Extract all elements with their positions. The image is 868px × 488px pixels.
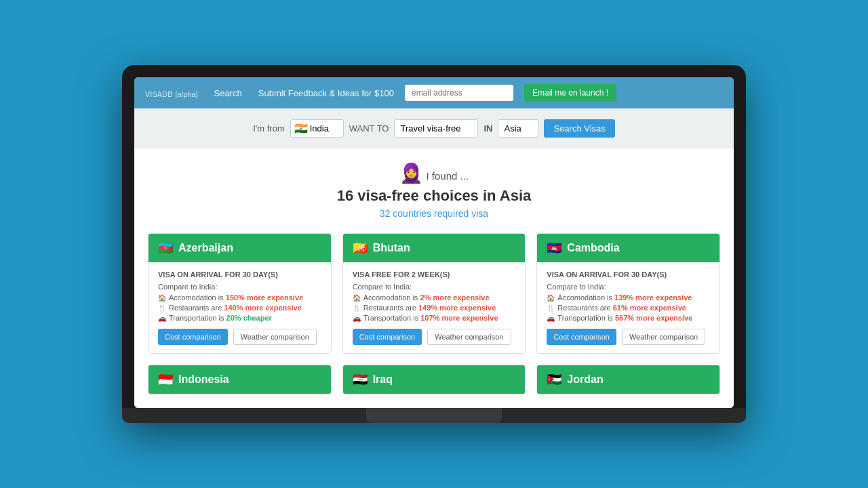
card-azerbaijan: 🇦🇿 Azerbaijan VISA ON ARRIVAL FOR 30 Day… xyxy=(148,233,332,354)
email-input[interactable] xyxy=(405,85,513,101)
card-bhutan: 🇧🇹 Bhutan VISA FREE FOR 2 Week(s) Compar… xyxy=(342,233,526,354)
jordan-flag-icon: 🇯🇴 xyxy=(547,372,561,387)
card-actions-bt: Cost comparison Weather comparison xyxy=(353,329,516,345)
stats-cambodia: 🏠 Accomodation is 139% more expensive 🍴 … xyxy=(547,293,710,322)
want-label: WANT TO xyxy=(349,123,389,134)
country-name-azerbaijan: Azerbaijan xyxy=(178,242,233,254)
stat-transport-kh: 🚗 Transportation is 567% more expensive xyxy=(547,314,710,322)
stat-accommodation-bt: 🏠 Accomodation is 2% more expensive xyxy=(353,293,516,302)
car-icon-bt: 🚗 xyxy=(353,314,361,322)
card-indonesia: 🇮🇩 Indonesia xyxy=(148,365,332,394)
stats-bhutan: 🏠 Accomodation is 2% more expensive 🍴 Re… xyxy=(353,293,516,322)
fork-icon-az: 🍴 xyxy=(158,304,166,312)
weather-comparison-btn-bt[interactable]: Weather comparison xyxy=(427,329,511,345)
laptop-base xyxy=(122,408,746,423)
from-country-select[interactable]: India xyxy=(290,119,344,138)
stat-transport-bt: 🚗 Transportation is 107% more expensive xyxy=(353,314,516,322)
cambodia-flag-icon: 🇰🇭 xyxy=(547,241,561,256)
person-emoji: 🧕 xyxy=(399,163,423,184)
visa-required-link[interactable]: 32 countries required visa xyxy=(380,208,488,219)
stat-restaurants-bt: 🍴 Restaurants are 149% more expensive xyxy=(353,304,516,312)
search-bar: I'm from 🇮🇳 India WANT TO Travel visa-fr… xyxy=(134,108,734,148)
stat-accommodation-kh: 🏠 Accomodation is 139% more expensive xyxy=(547,293,710,302)
car-icon-az: 🚗 xyxy=(158,314,166,322)
cards-grid: 🇦🇿 Azerbaijan VISA ON ARRIVAL FOR 30 Day… xyxy=(148,233,720,394)
card-actions-kh: Cost comparison Weather comparison xyxy=(547,329,710,345)
found-emoji-row: 🧕 I found ... xyxy=(148,162,720,184)
stat-accommodation-az: 🏠 Accomodation is 150% more expensive xyxy=(158,293,321,302)
card-body-bhutan: VISA FREE FOR 2 Week(s) Compare to India… xyxy=(343,262,526,353)
in-label: IN xyxy=(484,123,492,134)
visa-type-azerbaijan: VISA ON ARRIVAL FOR 30 Day(s) xyxy=(158,270,321,279)
cost-comparison-btn-bt[interactable]: Cost comparison xyxy=(353,329,422,345)
card-cambodia: 🇰🇭 Cambodia VISA ON ARRIVAL FOR 30 Day(s… xyxy=(536,233,720,354)
stats-azerbaijan: 🏠 Accomodation is 150% more expensive 🍴 … xyxy=(158,293,321,322)
nav-search-link[interactable]: Search xyxy=(209,85,248,101)
card-iraq: 🇮🇶 Iraq xyxy=(342,365,526,394)
stat-restaurants-kh: 🍴 Restaurants are 61% more expensive xyxy=(547,304,710,312)
from-country-wrap: 🇮🇳 India xyxy=(290,119,344,138)
country-name-cambodia: Cambodia xyxy=(567,242,619,254)
stat-transport-az: 🚗 Transportation is 20% cheaper xyxy=(158,314,321,322)
home-icon-bt: 🏠 xyxy=(353,294,361,302)
card-header-bhutan: 🇧🇹 Bhutan xyxy=(343,234,526,262)
iraq-flag-icon: 🇮🇶 xyxy=(353,372,368,387)
country-name-iraq: Iraq xyxy=(373,373,393,386)
launch-button[interactable]: Email me on launch ! xyxy=(524,84,616,102)
navbar: VISADB [alpha] Search Submit Feedback & … xyxy=(134,77,734,108)
weather-comparison-btn-az[interactable]: Weather comparison xyxy=(233,329,317,345)
country-name-bhutan: Bhutan xyxy=(373,242,410,254)
laptop-hinge xyxy=(366,408,502,423)
indonesia-flag-icon: 🇮🇩 xyxy=(158,372,173,387)
cost-comparison-btn-az[interactable]: Cost comparison xyxy=(158,329,228,345)
azerbaijan-flag-icon: 🇦🇿 xyxy=(158,241,173,256)
fork-icon-bt: 🍴 xyxy=(353,304,361,312)
card-header-azerbaijan: 🇦🇿 Azerbaijan xyxy=(149,234,331,262)
search-visas-button[interactable]: Search Visas xyxy=(544,119,614,138)
found-text: I found ... xyxy=(426,170,469,182)
visa-type-bhutan: VISA FREE FOR 2 Week(s) xyxy=(353,270,516,279)
cost-comparison-btn-kh[interactable]: Cost comparison xyxy=(547,329,616,345)
visa-type-cambodia: VISA ON ARRIVAL FOR 30 Day(s) xyxy=(547,270,710,279)
brand-logo: VISADB [alpha] xyxy=(145,87,198,99)
from-label: I'm from xyxy=(253,123,285,134)
card-body-azerbaijan: VISA ON ARRIVAL FOR 30 Day(s) Compare to… xyxy=(149,262,331,353)
main-content: 🧕 I found ... 16 visa-free choices in As… xyxy=(134,148,734,408)
weather-comparison-btn-kh[interactable]: Weather comparison xyxy=(622,329,705,345)
country-name-indonesia: Indonesia xyxy=(178,373,229,386)
results-summary: 🧕 I found ... 16 visa-free choices in As… xyxy=(148,162,720,220)
want-type-select[interactable]: Travel visa-free xyxy=(394,119,478,138)
country-name-jordan: Jordan xyxy=(567,373,603,386)
card-jordan: 🇯🇴 Jordan xyxy=(536,365,720,394)
card-body-cambodia: VISA ON ARRIVAL FOR 30 Day(s) Compare to… xyxy=(537,262,719,353)
card-header-iraq: 🇮🇶 Iraq xyxy=(343,365,526,394)
nav-feedback-link[interactable]: Submit Feedback & Ideas for $100 xyxy=(258,88,394,98)
compare-label-azerbaijan: Compare to India: xyxy=(158,283,321,291)
fork-icon-kh: 🍴 xyxy=(547,304,555,312)
card-actions-az: Cost comparison Weather comparison xyxy=(158,329,321,345)
laptop-screen: VISADB [alpha] Search Submit Feedback & … xyxy=(134,77,734,408)
compare-label-bhutan: Compare to India: xyxy=(353,283,516,291)
car-icon-kh: 🚗 xyxy=(547,314,555,322)
bhutan-flag-icon: 🇧🇹 xyxy=(353,241,368,256)
home-icon-az: 🏠 xyxy=(158,294,166,302)
card-header-cambodia: 🇰🇭 Cambodia xyxy=(537,234,719,262)
laptop-frame: VISADB [alpha] Search Submit Feedback & … xyxy=(122,65,746,423)
home-icon-kh: 🏠 xyxy=(547,294,555,302)
card-header-jordan: 🇯🇴 Jordan xyxy=(537,365,719,394)
stat-restaurants-az: 🍴 Restaurants are 140% more expensive xyxy=(158,304,321,312)
region-select[interactable]: Asia xyxy=(498,119,538,138)
compare-label-cambodia: Compare to India: xyxy=(547,283,710,291)
card-header-indonesia: 🇮🇩 Indonesia xyxy=(149,365,331,394)
results-title: 16 visa-free choices in Asia xyxy=(148,187,720,205)
